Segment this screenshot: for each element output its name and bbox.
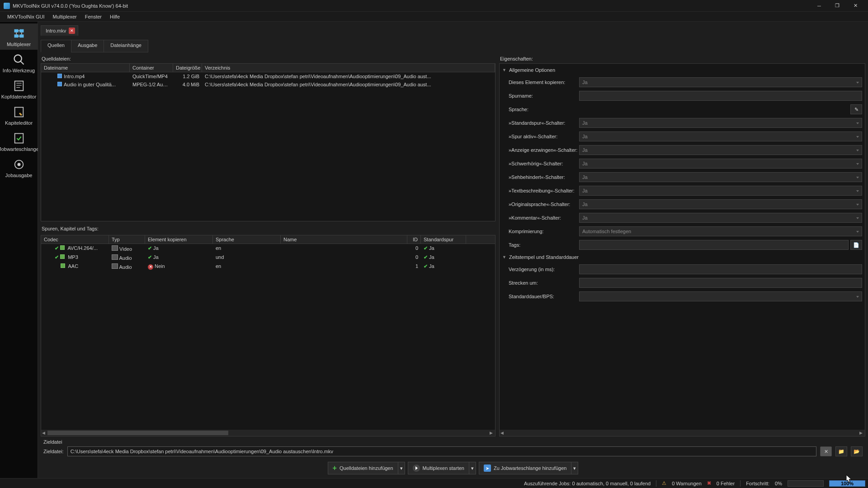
tab-sources[interactable]: Quellen — [41, 40, 71, 52]
properties-label: Eigenschaften: — [499, 54, 865, 63]
browse-target-button[interactable]: 📁 — [835, 446, 847, 456]
sidebar-item-job-queue[interactable]: Jobwarteschlange — [0, 128, 38, 155]
collapse-icon: ▼ — [502, 255, 506, 259]
scroll-right-icon[interactable]: ▶ — [490, 431, 494, 435]
play-icon — [413, 465, 420, 472]
table-row[interactable]: AAC Audio✕ Neinen1✔ Ja — [41, 262, 495, 271]
sidebar-item-job-output[interactable]: Jobausgabe — [0, 155, 38, 181]
horizontal-scrollbar[interactable]: ◀ ▶ — [41, 430, 495, 436]
horizontal-scrollbar[interactable]: ◀ ▶ — [500, 430, 865, 436]
property-label: Tags: — [509, 242, 579, 248]
job-output-icon — [12, 157, 26, 172]
property-combo[interactable]: Ja — [579, 131, 862, 141]
close-tab-icon[interactable]: ✕ — [69, 28, 75, 34]
col-size[interactable]: Dateigröße — [173, 64, 202, 72]
property-label: Strecken um: — [509, 280, 579, 286]
property-input[interactable] — [579, 91, 862, 101]
start-mux-dropdown[interactable]: ▾ — [469, 462, 476, 474]
chapter-editor-icon — [12, 105, 26, 119]
add-source-dropdown[interactable]: ▾ — [398, 462, 405, 474]
property-row: »Kommentar«-Schalter:Ja — [509, 212, 862, 224]
table-row[interactable]: Intro.mp4 QuickTime/MP4 1.2 GiB C:\Users… — [41, 72, 495, 80]
status-warnings[interactable]: 0 Warnungen — [672, 481, 702, 486]
property-input[interactable] — [579, 278, 862, 288]
property-input[interactable] — [579, 264, 862, 274]
sidebar-item-chapter-editor[interactable]: Kapiteleditor — [0, 102, 38, 128]
property-combo[interactable]: Automatisch festlegen — [579, 226, 862, 236]
close-icon: ✕ — [824, 449, 828, 455]
svg-rect-6 — [14, 108, 23, 117]
scroll-left-icon[interactable]: ◀ — [42, 431, 47, 435]
table-row[interactable]: ✔ AVC/H.264/... Video✔ Jaen0✔ Ja — [41, 244, 495, 253]
close-button[interactable]: ✕ — [846, 1, 864, 11]
sidebar-item-multiplexer[interactable]: Multiplexer — [0, 23, 38, 50]
property-combo[interactable]: Ja — [579, 172, 862, 182]
property-label: »Originalsprache«-Schalter: — [509, 202, 579, 207]
menu-window[interactable]: Fenster — [81, 13, 105, 20]
scroll-left-icon[interactable]: ◀ — [500, 431, 505, 435]
col-codec[interactable]: Codec — [41, 235, 109, 244]
source-files-label: Quelldateien: — [41, 54, 495, 63]
scroll-thumb[interactable] — [47, 431, 228, 435]
col-type[interactable]: Typ — [109, 235, 145, 244]
property-combo[interactable]: Ja — [579, 186, 862, 196]
col-id[interactable]: ID — [407, 235, 421, 244]
target-file-input[interactable] — [67, 446, 816, 456]
menubar: MKVToolNix GUI Multiplexer Fenster Hilfe — [0, 12, 868, 22]
tracks-body: ✔ AVC/H.264/... Video✔ Jaen0✔ Ja✔ MP3 Au… — [41, 244, 495, 337]
menu-help[interactable]: Hilfe — [106, 13, 123, 20]
add-source-button[interactable]: + Quelldateien hinzufügen — [328, 462, 398, 474]
col-filename[interactable]: Dateiname — [41, 64, 130, 72]
recent-target-button[interactable]: 📂 — [851, 446, 863, 456]
tab-output[interactable]: Ausgabe — [71, 40, 104, 52]
edit-language-button[interactable]: ✎ — [850, 104, 862, 114]
property-label: »Schwerhörig«-Schalter: — [509, 161, 579, 166]
section-general[interactable]: ▼ Allgemeine Optionen — [502, 66, 862, 75]
property-combo[interactable]: Ja — [579, 199, 862, 209]
section-timestamps[interactable]: ▼ Zeitstempel und Standarddauer — [502, 253, 862, 262]
property-label: »Textbeschreibung«-Schalter: — [509, 188, 579, 193]
property-label: »Spur aktiv«-Schalter: — [509, 134, 579, 139]
property-label: Komprimierung: — [509, 229, 579, 234]
property-row: Komprimierung:Automatisch festlegen — [509, 225, 862, 237]
queue-icon: ➤ — [484, 465, 491, 472]
maximize-button[interactable]: ❐ — [828, 1, 846, 11]
property-input[interactable] — [579, 240, 849, 250]
sidebar-item-header-editor[interactable]: Kopfdateneditor — [0, 76, 38, 102]
tab-attachments[interactable]: Dateianhänge — [104, 40, 148, 52]
minimize-button[interactable]: ─ — [810, 1, 828, 11]
source-files-table[interactable]: Dateiname Container Dateigröße Verzeichn… — [41, 63, 495, 221]
tracks-table[interactable]: Codec Typ Element kopieren Sprache Name … — [41, 235, 495, 436]
col-copy[interactable]: Element kopieren — [145, 235, 213, 244]
property-combo[interactable]: Ja — [579, 213, 862, 223]
col-language[interactable]: Sprache — [213, 235, 281, 244]
add-queue-dropdown[interactable]: ▾ — [571, 462, 578, 474]
sidebar-item-info[interactable]: Info-Werkzeug — [0, 50, 38, 76]
sidebar-label: Kapiteleditor — [5, 120, 33, 126]
property-combo[interactable]: Ja — [579, 118, 862, 128]
menu-mkvtoolnix[interactable]: MKVToolNix GUI — [4, 13, 48, 20]
progress-bar-right: 100% — [829, 480, 865, 487]
table-row[interactable]: Audio in guter Qualitä... MPEG-1/2 Audi.… — [41, 80, 495, 89]
browse-tags-button[interactable]: 📄 — [850, 240, 862, 250]
collapse-icon: ▼ — [502, 68, 506, 72]
folder-icon: 📁 — [838, 449, 844, 455]
menu-multiplexer[interactable]: Multiplexer — [49, 13, 80, 20]
start-mux-button[interactable]: Multiplexen starten — [408, 462, 469, 474]
property-combo[interactable]: Ja — [579, 145, 862, 155]
col-default[interactable]: Standardspur — [421, 235, 466, 244]
col-container[interactable]: Container — [130, 64, 173, 72]
property-combo[interactable]: Ja — [579, 159, 862, 169]
col-name[interactable]: Name — [281, 235, 407, 244]
error-icon: ✖ — [707, 480, 711, 486]
col-directory[interactable]: Verzeichnis — [202, 64, 495, 72]
file-tab[interactable]: Intro.mkv ✕ — [41, 25, 78, 36]
property-combo[interactable]: Ja — [579, 77, 862, 87]
property-combo[interactable] — [579, 291, 862, 301]
add-queue-button[interactable]: ➤ Zu Jobwarteschlange hinzufügen — [479, 462, 571, 474]
right-pane: Eigenschaften: ▼ Allgemeine Optionen Die… — [499, 54, 865, 436]
table-row[interactable]: ✔ MP3 Audio✔ Jaund0✔ Ja — [41, 253, 495, 262]
clear-target-button[interactable]: ✕ — [820, 446, 832, 456]
scroll-right-icon[interactable]: ▶ — [859, 431, 864, 435]
status-errors[interactable]: 0 Fehler — [717, 481, 735, 486]
